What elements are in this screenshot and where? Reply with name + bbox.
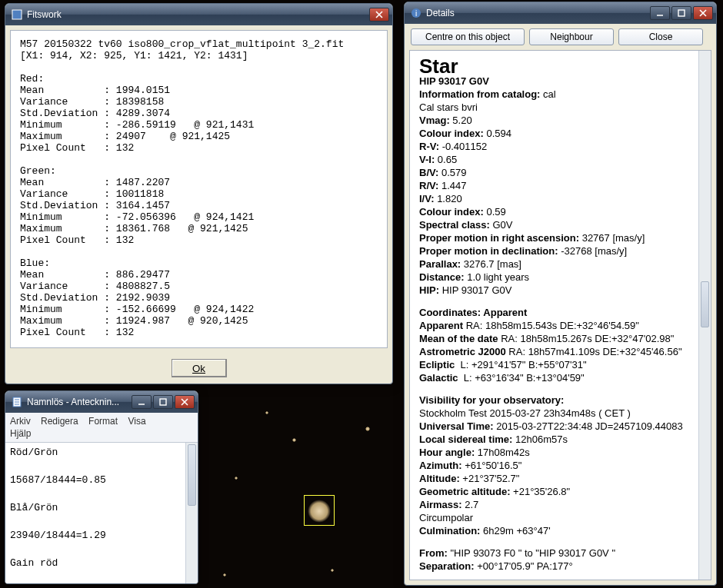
scrollbar[interactable] <box>698 51 711 580</box>
menu-arkiv[interactable]: Arkiv <box>10 416 31 427</box>
svg-rect-0 <box>12 10 22 19</box>
ok-button[interactable]: Ok <box>172 359 227 377</box>
background-star <box>235 477 238 480</box>
svg-rect-2 <box>160 399 166 405</box>
fitswork-window: Fitswork M57 20150322 tv60 iso800_crop_v… <box>5 3 393 384</box>
stats-text: M57 20150322 tv60 iso800_crop_vflat_mult… <box>20 38 378 338</box>
selection-box[interactable] <box>304 495 335 526</box>
window-title: Details <box>426 8 650 18</box>
svg-rect-5 <box>678 10 685 16</box>
centre-button[interactable]: Centre on this object <box>411 28 525 45</box>
menubar: Arkiv Redigera Format Visa Hjälp <box>5 413 198 442</box>
background-star <box>265 411 268 414</box>
close-button-inline[interactable]: Close <box>618 28 703 45</box>
notepad-icon <box>12 397 22 407</box>
menu-format[interactable]: Format <box>88 416 118 427</box>
background-star <box>223 573 226 576</box>
close-button[interactable] <box>369 8 389 22</box>
stats-panel: M57 20150322 tv60 iso800_crop_vflat_mult… <box>10 30 388 348</box>
text-line: Blå/Grön <box>10 501 193 515</box>
svg-text:i: i <box>415 9 417 18</box>
menu-redigera[interactable]: Redigera <box>41 416 78 427</box>
minimize-button[interactable] <box>132 395 152 409</box>
text-area[interactable]: Röd/Grön 15687/18444=0.85 Blå/Grön 23940… <box>5 442 198 583</box>
app-icon <box>12 9 22 20</box>
text-line: 23940/18444=1.29 <box>10 529 193 543</box>
close-button[interactable] <box>175 395 195 409</box>
window-title: Namnlös - Antecknin... <box>27 397 132 407</box>
neighbour-button[interactable]: Neighbour <box>529 28 614 45</box>
details-window: i Details Centre on this object Neighbou… <box>404 2 717 586</box>
titlebar[interactable]: i Details <box>405 2 716 24</box>
designation: HIP 93017 G0V <box>419 75 489 87</box>
background-star <box>365 427 370 431</box>
button-row: Centre on this object Neighbour Close <box>405 24 716 50</box>
text-line: Röd/Grön <box>10 446 193 460</box>
menu-visa[interactable]: Visa <box>128 416 145 427</box>
minimize-button[interactable] <box>650 6 670 20</box>
notepad-window: Namnlös - Antecknin... Arkiv Redigera Fo… <box>5 390 198 584</box>
menu-hjalp[interactable]: Hjälp <box>10 428 31 439</box>
maximize-button[interactable] <box>671 6 691 20</box>
titlebar[interactable]: Namnlös - Antecknin... <box>5 391 198 413</box>
titlebar[interactable]: Fitswork <box>5 4 392 25</box>
maximize-button[interactable] <box>153 395 173 409</box>
text-line: 15687/18444=0.85 <box>10 473 193 487</box>
content-panel: Star HIP 93017 G0V Information from cata… <box>409 50 711 580</box>
window-title: Fitswork <box>27 9 369 20</box>
scrollbar-thumb[interactable] <box>701 281 709 327</box>
object-heading: Star <box>419 60 703 73</box>
details-icon: i <box>411 8 421 18</box>
text-line: Gain röd <box>10 556 193 570</box>
background-star <box>292 438 296 442</box>
close-button[interactable] <box>693 6 713 20</box>
scrollbar[interactable] <box>185 443 198 583</box>
background-star <box>331 569 334 572</box>
scrollbar-thumb[interactable] <box>188 444 196 506</box>
